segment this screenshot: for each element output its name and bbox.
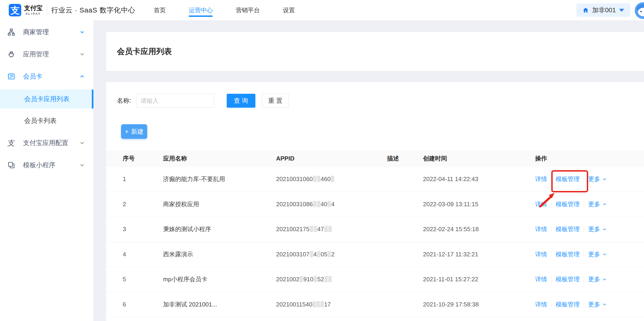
template-manage-link[interactable]: 模板管理 (556, 225, 580, 233)
table-row: 3秉姝的测试小程序2021002175472022-02-24 15:55:18… (106, 217, 644, 242)
action-separator (584, 226, 584, 232)
column-header-created: 创建时间 (423, 154, 535, 163)
page-title: 会员卡应用列表 (117, 46, 644, 57)
appid-masked-segment (313, 176, 316, 182)
sidebar-item-merchant-management[interactable]: 商家管理 (0, 21, 94, 43)
appid-masked-segment (320, 301, 324, 307)
create-button[interactable]: + 新建 (121, 124, 147, 139)
template-manage-link[interactable]: 模板管理 (556, 300, 580, 308)
cell-appid: 20210031086404 (276, 201, 387, 208)
detail-link[interactable]: 详情 (535, 175, 547, 183)
action-separator (551, 176, 552, 182)
sidebar-item-template-miniprogram[interactable]: 模板小程序 (0, 154, 94, 176)
cell-appid: 20210031060460 (276, 176, 387, 183)
cell-created-time: 2022-02-24 15:55:18 (423, 226, 535, 233)
column-header-name: 应用名称 (163, 154, 276, 163)
column-header-desc: 描述 (387, 154, 423, 163)
search-button[interactable]: 查 询 (227, 94, 255, 108)
table-body: 1济癫的能力库-不要乱用202100310604602022-04-11 14:… (106, 167, 644, 317)
plus-icon: + (125, 128, 129, 135)
action-separator (584, 276, 584, 282)
cell-actions: 详情模板管理更多 (535, 300, 644, 308)
action-separator (551, 276, 552, 282)
brand-name-en: ALIPAY (26, 12, 41, 15)
android-icon (7, 50, 16, 59)
brand-name-cn: 支付宝 (24, 5, 43, 11)
sidebar-subitem-card-list[interactable]: 会员卡列表 (0, 111, 94, 130)
cell-actions: 详情模板管理更多 (535, 250, 644, 258)
nav-item-marketing-platform[interactable]: 营销平台 (236, 0, 260, 20)
detail-link[interactable]: 详情 (535, 250, 547, 258)
header-right: 加非001 (576, 4, 644, 17)
appid-masked-segment (331, 176, 334, 182)
cell-index: 2 (123, 201, 163, 208)
chevron-up-icon (79, 73, 85, 79)
reset-button[interactable]: 重 置 (262, 94, 289, 108)
more-link[interactable]: 更多 (588, 275, 607, 283)
template-manage-link[interactable]: 模板管理 (556, 250, 580, 258)
create-button-label: 新建 (131, 127, 144, 136)
cell-app-name: 加非测试 2021001... (163, 300, 276, 308)
chevron-down-icon (79, 51, 85, 57)
chevron-down-icon (602, 252, 607, 257)
sidebar: 商家管理 应用管理 会员卡 会员卡应用列表 会员卡列表 (0, 20, 94, 321)
card-app-table: 序号 应用名称 APPID 描述 创建时间 操作 1济癫的能力库-不要乱用202… (106, 150, 644, 317)
cell-index: 3 (123, 226, 163, 233)
more-link[interactable]: 更多 (588, 200, 607, 208)
more-link[interactable]: 更多 (588, 175, 607, 183)
cell-app-name: mp小程序会员卡 (163, 275, 276, 283)
appid-masked-segment (316, 301, 320, 307)
sidebar-item-alipay-app-config[interactable]: 支 支付宝应用配置 (0, 132, 94, 154)
main-content: 会员卡应用列表 名称: 查 询 重 置 + 新建 序号 应用名称 APPID 描… (94, 20, 644, 321)
filter-bar: 名称: 查 询 重 置 (106, 82, 644, 108)
column-header-actions: 操作 (535, 154, 644, 163)
sidebar-subitem-label: 会员卡应用列表 (24, 95, 70, 103)
template-manage-link[interactable]: 模板管理 (556, 200, 580, 208)
appid-masked-segment (314, 226, 317, 232)
appid-masked-segment (324, 226, 328, 232)
action-separator (551, 226, 552, 232)
action-separator (584, 176, 584, 182)
sidebar-item-app-management[interactable]: 应用管理 (0, 43, 94, 65)
sidebar-item-label: 商家管理 (23, 28, 79, 37)
page-title-card: 会员卡应用列表 (106, 32, 644, 71)
detail-link[interactable]: 详情 (535, 200, 547, 208)
template-manage-link[interactable]: 模板管理 (556, 275, 580, 283)
appid-masked-segment (310, 251, 313, 257)
column-header-index: 序号 (123, 154, 163, 163)
top-nav: 首页 运营中心 营销平台 设置 (154, 0, 318, 20)
nav-item-home[interactable]: 首页 (154, 0, 166, 20)
name-filter-input[interactable] (136, 94, 214, 108)
chevron-down-icon (602, 277, 607, 282)
sidebar-subitem-card-app-list[interactable]: 会员卡应用列表 (0, 90, 94, 108)
table-row: 5mp小程序会员卡2021002910522021-11-01 15:27:22… (106, 267, 644, 292)
caret-down-icon (619, 9, 624, 12)
sidebar-item-membership-card[interactable]: 会员卡 (0, 65, 94, 88)
detail-link[interactable]: 详情 (535, 275, 547, 283)
alipay-glyph-icon: 支 (7, 138, 16, 147)
cell-app-name: 济癫的能力库-不要乱用 (163, 175, 276, 183)
table-header-row: 序号 应用名称 APPID 描述 创建时间 操作 (106, 150, 644, 167)
tenant-switcher-button[interactable]: 加非001 (576, 4, 630, 17)
more-link[interactable]: 更多 (588, 300, 607, 308)
chevron-down-icon (602, 202, 607, 207)
action-separator (551, 251, 552, 257)
more-link[interactable]: 更多 (588, 250, 607, 258)
appid-masked-segment (317, 201, 320, 207)
appid-masked-segment (314, 276, 317, 282)
nav-item-settings[interactable]: 设置 (283, 0, 295, 20)
cell-created-time: 2022-03-09 13:11:15 (423, 201, 535, 208)
appid-masked-segment (312, 301, 316, 307)
table-row: 6加非测试 2021001...20210011540172021-10-29 … (106, 292, 644, 317)
nav-item-operations-center[interactable]: 运营中心 (189, 0, 213, 20)
cell-appid: 202100217547 (276, 226, 387, 233)
cell-index: 6 (123, 301, 163, 308)
column-header-appid: APPID (276, 155, 387, 162)
template-manage-link[interactable]: 模板管理 (556, 175, 580, 183)
appid-masked-segment (317, 251, 320, 257)
product-name: 行业云 · SaaS 数字化中心 (51, 6, 135, 15)
detail-link[interactable]: 详情 (535, 300, 547, 308)
detail-link[interactable]: 详情 (535, 225, 547, 233)
cell-index: 5 (123, 276, 163, 283)
more-link[interactable]: 更多 (588, 225, 607, 233)
